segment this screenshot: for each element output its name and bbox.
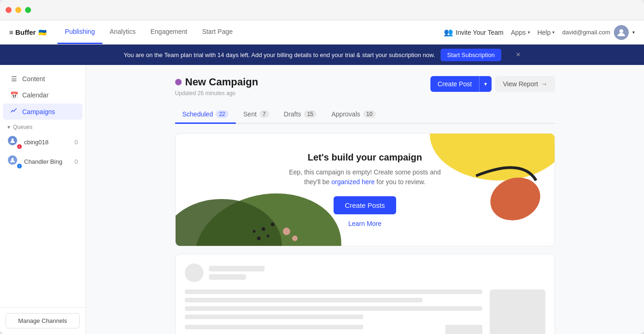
svg-point-10 (266, 235, 269, 238)
banner-text: You are on the Team plan trial with 14 d… (124, 51, 435, 58)
help-button[interactable]: Help ▾ (537, 29, 555, 36)
user-area[interactable]: david@gmail.com ▾ (562, 25, 635, 40)
nav-tabs: Publishing Analytics Engagement Start Pa… (57, 20, 240, 44)
sidebar-item-calendar[interactable]: 📅 Calendar (3, 87, 82, 103)
apps-button[interactable]: Apps ▾ (511, 29, 530, 36)
skeleton-avatar (185, 263, 203, 282)
user-email: david@gmail.com (562, 29, 610, 36)
minimize-dot[interactable] (15, 7, 21, 13)
queue-main-avatar (7, 135, 18, 146)
campaign-title: New Campaign (175, 76, 259, 88)
tab-approvals[interactable]: Approvals 10 (324, 106, 383, 124)
skeleton-post-card (175, 254, 555, 334)
queue-item-cbing018-name: cbing018 (24, 139, 49, 146)
svg-point-12 (283, 228, 290, 235)
sidebar-menu: ☰ Content 📅 Calendar Campaigns (0, 65, 85, 177)
learn-more-link[interactable]: Learn More (286, 220, 444, 227)
skeleton-header (185, 263, 545, 282)
dropdown-caret-icon: ▾ (484, 81, 487, 87)
navbar: ≡ Buffer 🇺🇦 Publishing Analytics Engagem… (0, 20, 644, 45)
skeleton-body (185, 289, 545, 334)
help-caret-icon: ▾ (552, 30, 555, 35)
tab-analytics[interactable]: Analytics (102, 20, 143, 44)
skeleton-text-full-2 (185, 306, 482, 311)
queue-fb-icon: f (17, 163, 22, 169)
empty-desc-part3: for you to review. (377, 178, 426, 186)
people-icon: 👥 (444, 28, 453, 37)
calendar-icon: 📅 (10, 91, 18, 99)
campaign-empty-state: Let's build your campaign Eep, this camp… (176, 134, 555, 246)
campaign-updated: Updated 26 minutes ago (175, 90, 259, 96)
tab-drafts[interactable]: Drafts 15 (277, 106, 324, 124)
skeleton-text-med (185, 298, 423, 302)
sidebar-item-campaigns[interactable]: Campaigns (3, 103, 82, 120)
tab-approvals-label: Approvals (331, 110, 360, 118)
queue-item-chandler-name: Chandler Bing (24, 158, 62, 165)
campaign-name: New Campaign (185, 76, 259, 88)
sidebar-footer: Manage Channels (0, 307, 85, 334)
skeleton-footer-line (185, 325, 363, 329)
user-caret-icon: ▾ (632, 30, 635, 35)
svg-point-3 (429, 134, 554, 180)
svg-point-0 (619, 29, 623, 33)
campaign-status-dot (175, 79, 182, 85)
queue-item-cbing018-count: 0 (75, 139, 78, 146)
sidebar-item-content[interactable]: ☰ Content (3, 71, 82, 87)
svg-point-9 (253, 230, 255, 233)
tab-scheduled-badge: 22 (216, 110, 228, 118)
close-dot[interactable] (6, 7, 12, 13)
skeleton-text-full-1 (185, 289, 482, 294)
skeleton-footer-btn (445, 325, 482, 334)
content-inner: New Campaign Updated 26 minutes ago Crea… (166, 65, 564, 334)
queue-item-chandler[interactable]: f Chandler Bing 0 (0, 152, 85, 171)
tab-sent-label: Sent (243, 110, 257, 118)
main-layout: ☰ Content 📅 Calendar Campaigns (0, 65, 644, 334)
help-label: Help (537, 29, 551, 36)
sidebar-item-campaigns-label: Campaigns (22, 108, 55, 116)
buffer-wordmark: ≡ Buffer (9, 28, 36, 36)
create-post-button[interactable]: Create Post (430, 76, 480, 92)
titlebar (0, 0, 644, 20)
create-post-dropdown-button[interactable]: ▾ (479, 76, 492, 92)
queues-label: Queues (13, 124, 32, 130)
view-report-label: View Report (503, 80, 538, 88)
queue-twitter-icon: t (17, 144, 22, 149)
view-report-button[interactable]: View Report → (495, 76, 555, 92)
tab-engagement[interactable]: Engagement (143, 20, 195, 44)
tab-sent[interactable]: Sent 7 (236, 106, 277, 124)
queues-section-header[interactable]: ▾ Queues (0, 120, 85, 132)
tab-publishing[interactable]: Publishing (57, 20, 102, 44)
content-icon: ☰ (10, 75, 18, 83)
svg-point-1 (12, 139, 14, 141)
maximize-dot[interactable] (25, 7, 31, 13)
skeleton-text-partial (185, 315, 363, 319)
manage-channels-button[interactable]: Manage Channels (6, 313, 80, 328)
sidebar-item-calendar-label: Calendar (22, 91, 49, 99)
svg-point-2 (12, 158, 14, 161)
svg-point-7 (261, 227, 265, 231)
skeleton-meta (209, 266, 265, 280)
campaign-tabs: Scheduled 22 Sent 7 Drafts 15 Approvals … (175, 106, 555, 124)
empty-desc-link[interactable]: organized here (331, 178, 374, 186)
tab-scheduled-label: Scheduled (183, 110, 213, 118)
skeleton-line-1 (209, 266, 265, 271)
queue-item-cbing018[interactable]: t cbing018 0 (0, 132, 85, 152)
trial-banner: You are on the Team plan trial with 14 d… (0, 45, 644, 65)
queue-chandler-avatar (7, 155, 18, 165)
svg-point-11 (257, 237, 260, 240)
queue-item-chandler-count: 0 (75, 158, 78, 165)
campaign-actions: Create Post ▾ View Report → (430, 76, 555, 92)
create-posts-button[interactable]: Create Posts (334, 196, 396, 214)
banner-close-icon[interactable]: × (516, 51, 520, 59)
brand-logo[interactable]: ≡ Buffer 🇺🇦 (9, 28, 46, 36)
queue-avatars-cbing018: t (7, 135, 20, 148)
invite-team-button[interactable]: 👥 Invite Your Team (444, 28, 504, 37)
tab-drafts-label: Drafts (284, 110, 301, 118)
tab-start-page[interactable]: Start Page (195, 20, 240, 44)
sidebar: ☰ Content 📅 Calendar Campaigns (0, 65, 86, 334)
arrow-right-icon: → (541, 80, 548, 88)
svg-point-8 (271, 223, 274, 226)
empty-state-card: Let's build your campaign Eep, this camp… (175, 133, 555, 246)
start-subscription-button[interactable]: Start Subscription (441, 49, 501, 61)
tab-scheduled[interactable]: Scheduled 22 (175, 106, 236, 124)
